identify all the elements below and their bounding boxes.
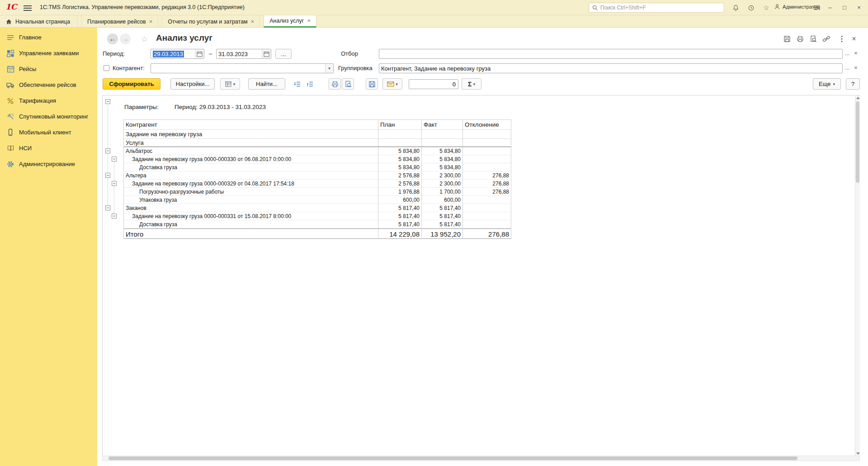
notifications-bell-icon[interactable] (731, 4, 740, 11)
tab-close-icon[interactable]: × (307, 18, 311, 24)
collapse-group-toggle[interactable] (112, 157, 117, 162)
sidebar-item-trip-support[interactable]: Обеспечение рейсов (0, 77, 97, 93)
counter-field[interactable] (409, 79, 458, 89)
report-variant-button[interactable]: ▾ (220, 78, 240, 90)
favorites-star-icon[interactable]: ☆ (762, 4, 770, 11)
counterparty-checkbox[interactable] (104, 65, 109, 71)
collapse-group-toggle[interactable] (112, 214, 117, 219)
sidebar-item-requests[interactable]: Управление заявками (0, 45, 97, 61)
sidebar-item-label: Обеспечение рейсов (19, 81, 76, 88)
main-menu-icon[interactable] (24, 4, 32, 11)
period-options-button[interactable]: ... (275, 49, 292, 59)
find-button[interactable]: Найти... (248, 78, 285, 90)
save-icon[interactable] (782, 35, 792, 43)
sidebar-item-label: Администрирование (19, 161, 75, 167)
tab-close-icon[interactable]: × (251, 19, 255, 24)
tab-label: Анализ услуг (269, 18, 304, 24)
service-menu-icon[interactable] (812, 4, 821, 11)
print-button[interactable] (329, 78, 341, 90)
counterparty-input[interactable] (151, 64, 325, 73)
period-from-field[interactable]: 29.03.2013 (151, 49, 204, 59)
window-close-button[interactable]: × (853, 4, 865, 12)
back-button[interactable]: ← (107, 33, 118, 44)
table-total-row[interactable]: Итого 14 229,08 13 952,20 276,88 (124, 228, 511, 239)
collapse-groups-button[interactable] (304, 78, 316, 90)
selection-clear-icon[interactable]: × (852, 49, 859, 59)
tab-close-icon[interactable]: × (149, 19, 153, 24)
expand-groups-button[interactable] (292, 78, 303, 90)
truck-icon (6, 81, 14, 89)
save-result-button[interactable] (366, 78, 378, 90)
scroll-down-arrow[interactable] (856, 452, 860, 455)
generate-button[interactable]: Сформировать (103, 78, 160, 90)
preview-icon[interactable] (808, 35, 818, 43)
table-row[interactable]: Задание на перевозку груза 0000-000329 о… (124, 180, 511, 188)
forward-button[interactable]: → (120, 33, 131, 44)
app-window: 1С 1С:TMS Логистика. Управление перевозк… (0, 0, 868, 466)
vertical-scrollbar[interactable] (855, 95, 860, 456)
chevron-down-icon[interactable]: ▾ (325, 64, 333, 73)
scroll-up-arrow[interactable] (856, 97, 860, 99)
counter-input[interactable] (409, 80, 458, 89)
get-link-icon[interactable] (821, 35, 831, 43)
collapse-group-toggle[interactable] (105, 205, 110, 210)
global-search[interactable] (589, 3, 724, 13)
tab-service-analysis[interactable]: Анализ услуг × (264, 15, 316, 28)
grouping-field[interactable]: Контрагент, Задание на перевозку груза (379, 63, 843, 73)
tab-service-reports[interactable]: Отчеты по услугам и затратам × (162, 15, 260, 28)
table-row[interactable]: Альтера 2 576,88 2 300,00 276,88 (124, 171, 511, 180)
column-header: Задание на перевозку груза (124, 130, 378, 139)
home-icon (5, 19, 12, 25)
table-row[interactable]: Погрузочно-разгрузочные работы 1 976,88 … (124, 188, 511, 196)
chevron-down-icon: ▾ (396, 82, 398, 86)
selection-field[interactable] (379, 49, 843, 59)
horizontal-scrollbar[interactable] (102, 456, 860, 461)
period-to-field[interactable]: 31.03.2023 (216, 49, 271, 59)
table-row[interactable]: Упаковка груза 600,00 600,00 (124, 196, 511, 204)
vertical-scrollbar-thumb[interactable] (856, 101, 859, 183)
favorite-star-icon[interactable]: ☆ (141, 34, 148, 44)
window-minimize-button[interactable]: – (824, 4, 836, 12)
table-row[interactable]: Доставка груза 5 817,40 5 817,40 (124, 220, 511, 228)
sum-button[interactable]: Σ ▾ (462, 78, 481, 90)
horizontal-scrollbar-thumb[interactable] (108, 456, 797, 460)
search-input[interactable] (600, 5, 721, 11)
tab-trip-planning[interactable]: Планирование рейсов × (81, 15, 158, 28)
window-maximize-button[interactable]: □ (839, 4, 850, 12)
collapse-group-toggle[interactable] (112, 181, 117, 186)
sidebar-item-satellite-monitoring[interactable]: Спутниковый мониторинг (0, 109, 97, 124)
selection-input[interactable] (379, 49, 842, 58)
sidebar-item-trips[interactable]: Рейсы (0, 61, 97, 77)
sidebar-item-tariffs[interactable]: Тарификация (0, 93, 97, 109)
calendar-icon[interactable] (195, 49, 204, 58)
collapse-group-toggle[interactable] (105, 148, 110, 153)
send-mail-button[interactable]: ▾ (382, 78, 402, 90)
print-icon[interactable] (795, 35, 805, 43)
sidebar-item-master-data[interactable]: НСИ (0, 140, 97, 156)
grouping-choose-button[interactable]: ... (843, 63, 851, 73)
collapse-report-toggle[interactable] (105, 99, 110, 104)
help-button[interactable]: ? (846, 78, 860, 90)
counterparty-field[interactable]: ▾ (151, 63, 334, 73)
sidebar-item-mobile-client[interactable]: Мобильный клиент (0, 124, 97, 140)
print-preview-button[interactable] (342, 78, 354, 90)
sidebar-item-main[interactable]: Главное (0, 29, 97, 45)
table-row[interactable]: Заканов 5 817,40 5 817,40 (124, 204, 511, 212)
selection-choose-button[interactable]: ... (843, 49, 851, 59)
calendar-icon[interactable] (262, 49, 271, 58)
report-table: Контрагент План Факт Отклонение Задание … (123, 119, 511, 239)
settings-button[interactable]: Настройки... (170, 78, 215, 90)
more-actions-button[interactable]: Еще ▾ (813, 78, 841, 90)
grouping-value: Контрагент, Задание на перевозку груза (379, 65, 842, 72)
history-icon[interactable] (747, 4, 755, 11)
sidebar-item-administration[interactable]: Администрирование (0, 156, 97, 172)
table-row[interactable]: Задание на перевозку груза 0000-000330 о… (124, 155, 511, 163)
collapse-group-toggle[interactable] (105, 173, 110, 178)
grouping-clear-icon[interactable]: × (852, 63, 859, 73)
tab-home[interactable]: Начальная страница (0, 15, 78, 28)
form-close-icon[interactable]: × (849, 35, 859, 43)
table-row[interactable]: Доставка груза 5 834,80 5 834,80 (124, 163, 511, 171)
table-row[interactable]: Задание на перевозку груза 0000-000331 о… (124, 212, 511, 220)
table-row[interactable]: Альбатрос 5 834,80 5 834,80 (124, 147, 511, 155)
more-kebab-icon[interactable] (837, 35, 847, 43)
